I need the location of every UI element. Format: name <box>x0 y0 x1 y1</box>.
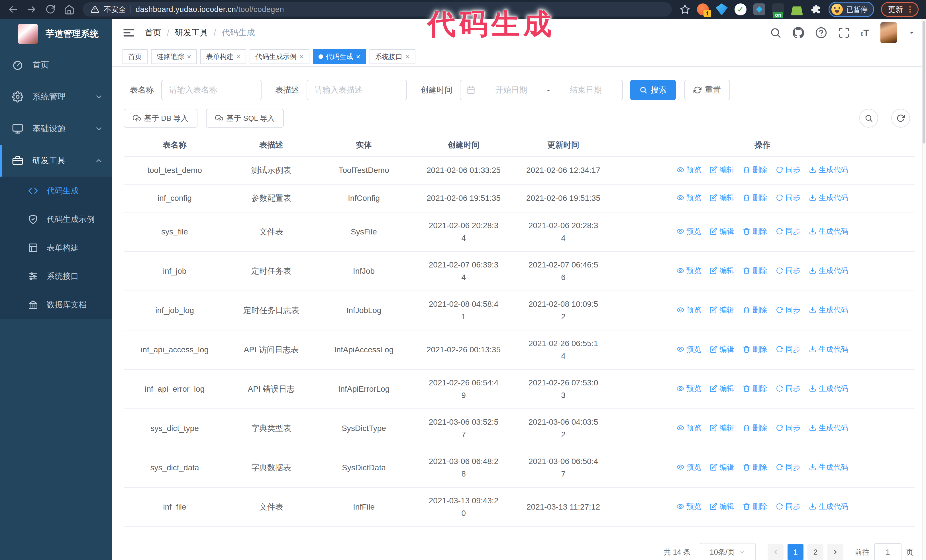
forward-icon[interactable] <box>26 4 37 15</box>
scrollbar-thumb[interactable] <box>923 21 925 143</box>
action-sync-link[interactable]: 同步 <box>776 343 800 355</box>
browser-update-button[interactable]: 更新 <box>881 2 918 17</box>
action-edit-link[interactable]: 编辑 <box>710 382 734 395</box>
security-warning[interactable]: 不安全 <box>104 5 126 15</box>
action-sync-link[interactable]: 同步 <box>776 421 800 434</box>
sidebar-subitem-2[interactable]: 代码生成示例 <box>0 205 112 234</box>
action-eye-link[interactable]: 预览 <box>677 382 701 395</box>
refresh-table-button[interactable] <box>891 109 910 128</box>
action-generate-link[interactable]: 生成代码 <box>809 192 848 204</box>
action-generate-link[interactable]: 生成代码 <box>809 163 848 176</box>
page-number-2[interactable]: 2 <box>808 544 823 560</box>
action-edit-link[interactable]: 编辑 <box>710 192 734 204</box>
extension-icon-check[interactable] <box>735 3 746 15</box>
sidebar-item-2[interactable]: 系统管理 <box>0 81 112 113</box>
bookmark-star-icon[interactable] <box>680 4 690 15</box>
close-icon[interactable]: × <box>187 53 191 60</box>
browser-profile-button[interactable]: 已暂停 <box>829 2 874 17</box>
action-edit-link[interactable]: 编辑 <box>710 343 734 355</box>
action-sync-link[interactable]: 同步 <box>776 500 800 513</box>
action-generate-link[interactable]: 生成代码 <box>809 225 848 237</box>
action-eye-link[interactable]: 预览 <box>677 192 701 204</box>
breadcrumb-item[interactable]: 首页 <box>145 27 161 38</box>
action-eye-link[interactable]: 预览 <box>677 163 701 176</box>
action-delete-link[interactable]: 删除 <box>743 343 767 355</box>
action-delete-link[interactable]: 删除 <box>743 264 767 277</box>
action-eye-link[interactable]: 预览 <box>677 225 701 237</box>
action-generate-link[interactable]: 生成代码 <box>809 303 848 316</box>
action-edit-link[interactable]: 编辑 <box>710 461 734 473</box>
action-delete-link[interactable]: 删除 <box>743 163 767 176</box>
action-generate-link[interactable]: 生成代码 <box>809 343 848 355</box>
sidebar-item-4[interactable]: 研发工具 <box>0 145 112 177</box>
table-desc-input[interactable] <box>307 80 407 100</box>
action-eye-link[interactable]: 预览 <box>677 461 701 473</box>
next-page-button[interactable] <box>828 544 843 560</box>
search-button[interactable]: 搜索 <box>630 80 676 100</box>
sidebar-subitem-3[interactable]: 表单构建 <box>0 234 112 262</box>
action-sync-link[interactable]: 同步 <box>776 382 800 395</box>
sidebar-item-1[interactable]: 首页 <box>0 49 112 81</box>
goto-page-input[interactable] <box>874 543 902 560</box>
action-sync-link[interactable]: 同步 <box>776 303 800 316</box>
extension-icon-orange[interactable]: 1 <box>697 3 709 15</box>
user-avatar[interactable] <box>881 22 897 43</box>
sidebar-subitem-4[interactable]: 系统接口 <box>0 262 112 291</box>
reload-icon[interactable] <box>45 4 56 15</box>
action-generate-link[interactable]: 生成代码 <box>809 461 848 473</box>
action-sync-link[interactable]: 同步 <box>776 163 800 176</box>
help-icon[interactable] <box>815 27 827 39</box>
start-date-placeholder[interactable]: 开始日期 <box>481 85 541 95</box>
action-eye-link[interactable]: 预览 <box>677 421 701 434</box>
action-sync-link[interactable]: 同步 <box>776 264 800 277</box>
action-delete-link[interactable]: 删除 <box>743 500 767 513</box>
tag-view-3[interactable]: 表单构建× <box>200 49 246 64</box>
table-name-input[interactable] <box>161 80 262 100</box>
avatar-caret-down-icon[interactable] <box>908 29 916 37</box>
sidebar-subitem-1[interactable]: 代码生成 <box>0 177 112 205</box>
tag-view-5[interactable]: 代码生成× <box>313 49 366 64</box>
extension-icon-onoff[interactable]: on <box>772 3 784 15</box>
tag-view-2[interactable]: 链路追踪× <box>151 49 197 64</box>
action-edit-link[interactable]: 编辑 <box>710 500 734 513</box>
address-bar[interactable]: 不安全 dashboard.yudao.iocoder.cn/tool/code… <box>83 2 672 17</box>
action-edit-link[interactable]: 编辑 <box>710 303 734 316</box>
extension-icon-gem[interactable] <box>716 3 728 15</box>
page-number-1[interactable]: 1 <box>788 544 803 560</box>
home-icon[interactable] <box>64 4 75 15</box>
action-delete-link[interactable]: 删除 <box>743 421 767 434</box>
action-generate-link[interactable]: 生成代码 <box>809 382 848 395</box>
app-logo[interactable]: 芋道管理系统 <box>0 19 112 49</box>
action-sync-link[interactable]: 同步 <box>776 225 800 237</box>
action-generate-link[interactable]: 生成代码 <box>809 421 848 434</box>
breadcrumb-item[interactable]: 研发工具 <box>175 27 208 38</box>
action-eye-link[interactable]: 预览 <box>677 343 701 355</box>
action-edit-link[interactable]: 编辑 <box>710 163 734 176</box>
action-sync-link[interactable]: 同步 <box>776 461 800 473</box>
header-search-icon[interactable] <box>770 27 782 39</box>
close-icon[interactable]: × <box>356 53 360 60</box>
close-icon[interactable]: × <box>236 53 241 60</box>
sidebar-item-3[interactable]: 基础设施 <box>0 113 112 145</box>
action-eye-link[interactable]: 预览 <box>677 500 701 513</box>
hamburger-icon[interactable] <box>123 27 135 39</box>
create-time-range-picker[interactable]: 开始日期 - 结束日期 <box>460 80 623 100</box>
fullscreen-icon[interactable] <box>838 27 850 39</box>
action-eye-link[interactable]: 预览 <box>677 303 701 316</box>
back-icon[interactable] <box>8 4 18 15</box>
action-eye-link[interactable]: 预览 <box>677 264 701 277</box>
action-delete-link[interactable]: 删除 <box>743 192 767 204</box>
action-delete-link[interactable]: 删除 <box>743 303 767 316</box>
prev-page-button[interactable] <box>767 544 784 560</box>
github-icon[interactable] <box>792 27 804 39</box>
reset-button[interactable]: 重置 <box>684 80 730 100</box>
action-generate-link[interactable]: 生成代码 <box>809 500 848 513</box>
action-delete-link[interactable]: 删除 <box>743 225 767 237</box>
close-icon[interactable]: × <box>406 53 410 60</box>
close-icon[interactable]: × <box>299 53 303 60</box>
extension-icon-android[interactable] <box>791 3 803 15</box>
action-edit-link[interactable]: 编辑 <box>710 225 734 237</box>
sidebar-subitem-5[interactable]: 数据库文档 <box>0 291 112 319</box>
end-date-placeholder[interactable]: 结束日期 <box>555 85 616 95</box>
extension-icon-grid[interactable] <box>754 3 765 15</box>
